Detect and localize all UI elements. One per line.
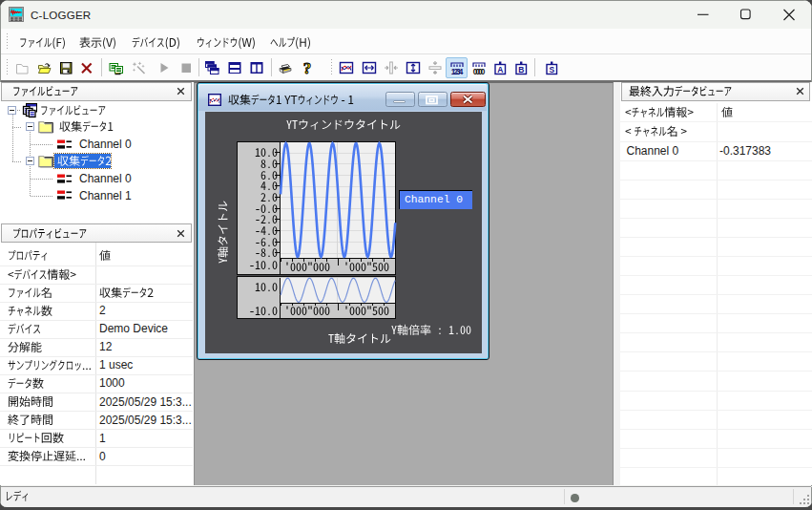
- svg-text:B: B: [518, 64, 524, 74]
- svg-text:0000: 0000: [473, 67, 486, 75]
- svg-text:S: S: [549, 64, 554, 74]
- svg-text:A: A: [497, 64, 503, 74]
- svg-text:?: ?: [303, 58, 312, 76]
- svg-text:1234: 1234: [450, 67, 463, 75]
